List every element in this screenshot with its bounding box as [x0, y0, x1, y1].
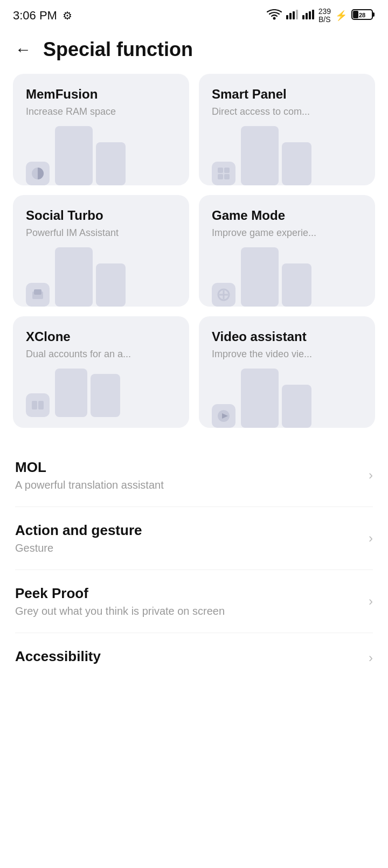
list-item-mol[interactable]: MOL A powerful translation assistant ›: [15, 444, 373, 507]
svg-rect-15: [224, 168, 230, 173]
card-social-turbo-subtitle: Powerful IM Assistant: [26, 227, 176, 239]
card-video-assistant[interactable]: Video assistant Improve the video vie...: [199, 316, 375, 428]
status-right: 239B/S ⚡ 28: [267, 8, 375, 24]
time-display: 3:06 PM: [13, 9, 57, 23]
list-item-peek-proof[interactable]: Peek Proof Grey out what you think is pr…: [15, 570, 373, 633]
feature-list: MOL A powerful translation assistant › A…: [0, 444, 388, 683]
memfusion-icon: [26, 162, 50, 185]
gear-icon: ⚙: [63, 9, 72, 22]
card-social-turbo-illustration: [26, 247, 176, 307]
xclone-icon: [26, 393, 50, 417]
page-title: Special function: [43, 38, 193, 61]
social-turbo-screens: [55, 247, 126, 307]
card-memfusion-illustration: [26, 126, 176, 185]
chevron-icon-peek-proof: ›: [369, 594, 373, 609]
card-memfusion[interactable]: MemFusion Increase RAM space: [13, 74, 189, 185]
card-xclone-title: XClone: [26, 329, 176, 344]
card-game-mode-subtitle: Improve game experie...: [212, 227, 362, 239]
svg-rect-23: [32, 401, 37, 409]
svg-rect-8: [312, 10, 314, 19]
chevron-icon-mol: ›: [369, 468, 373, 483]
charging-icon: ⚡: [335, 10, 347, 22]
svg-rect-24: [38, 401, 44, 409]
svg-rect-7: [309, 11, 311, 19]
list-item-peek-proof-title: Peek Proof: [15, 585, 225, 602]
svg-rect-14: [218, 168, 223, 173]
card-game-mode-illustration: [212, 247, 362, 307]
card-xclone-subtitle: Dual accounts for an a...: [26, 349, 176, 360]
svg-rect-5: [302, 15, 304, 19]
svg-point-0: [273, 17, 275, 19]
video-assistant-screens: [241, 369, 311, 428]
svg-rect-6: [306, 13, 308, 19]
card-smart-panel[interactable]: Smart Panel Direct access to com...: [199, 74, 375, 185]
card-game-mode[interactable]: Game Mode Improve game experie...: [199, 195, 375, 307]
card-social-turbo[interactable]: Social Turbo Powerful IM Assistant: [13, 195, 189, 307]
battery-indicator: 28: [351, 9, 375, 23]
card-game-mode-title: Game Mode: [212, 208, 362, 223]
card-memfusion-subtitle: Increase RAM space: [26, 106, 176, 117]
card-memfusion-title: MemFusion: [26, 87, 176, 102]
list-item-action-gesture[interactable]: Action and gesture Gesture ›: [15, 507, 373, 570]
feature-cards-grid: MemFusion Increase RAM space Smart Panel…: [0, 74, 388, 428]
signal-bars-1: [286, 10, 298, 22]
page-header: ← Special function: [0, 29, 388, 74]
card-smart-panel-subtitle: Direct access to com...: [212, 106, 362, 117]
card-smart-panel-title: Smart Panel: [212, 87, 362, 102]
svg-rect-3: [293, 11, 295, 19]
social-turbo-icon: [26, 283, 50, 307]
smart-panel-icon: [212, 162, 235, 185]
svg-rect-10: [372, 12, 375, 17]
card-social-turbo-title: Social Turbo: [26, 208, 176, 223]
svg-rect-16: [218, 174, 223, 179]
game-mode-icon: [212, 283, 235, 307]
svg-rect-4: [296, 10, 298, 19]
list-item-accessibility[interactable]: Accessibility ›: [15, 633, 373, 683]
card-video-assistant-illustration: [212, 369, 362, 428]
list-item-action-gesture-title: Action and gesture: [15, 522, 142, 539]
memfusion-screens: [55, 126, 126, 185]
video-assistant-icon: [212, 404, 235, 428]
svg-rect-17: [224, 174, 230, 179]
svg-rect-11: [353, 11, 358, 18]
card-smart-panel-illustration: [212, 126, 362, 185]
svg-text:28: 28: [359, 12, 365, 18]
card-video-assistant-subtitle: Improve the video vie...: [212, 349, 362, 360]
list-item-mol-subtitle: A powerful translation assistant: [15, 479, 164, 491]
card-xclone[interactable]: XClone Dual accounts for an a...: [13, 316, 189, 428]
xclone-screens: [55, 369, 120, 417]
list-item-accessibility-title: Accessibility: [15, 648, 101, 665]
smart-panel-screens: [241, 126, 311, 185]
card-xclone-illustration: [26, 369, 176, 417]
list-item-peek-proof-subtitle: Grey out what you think is private on sc…: [15, 605, 225, 617]
chevron-icon-action-gesture: ›: [369, 531, 373, 546]
card-video-assistant-title: Video assistant: [212, 329, 362, 344]
chevron-icon-accessibility: ›: [369, 650, 373, 665]
svg-rect-1: [286, 15, 288, 19]
wifi-icon: [267, 9, 282, 23]
game-mode-screens: [241, 247, 311, 307]
speed-indicator: 239B/S: [318, 8, 331, 24]
svg-rect-2: [289, 13, 292, 19]
signal-bars-2: [302, 10, 314, 22]
status-left: 3:06 PM ⚙: [13, 9, 72, 23]
list-item-mol-title: MOL: [15, 459, 164, 476]
back-button[interactable]: ←: [15, 40, 31, 59]
list-item-action-gesture-subtitle: Gesture: [15, 542, 142, 554]
status-bar: 3:06 PM ⚙: [0, 0, 388, 29]
svg-rect-19: [34, 289, 41, 295]
